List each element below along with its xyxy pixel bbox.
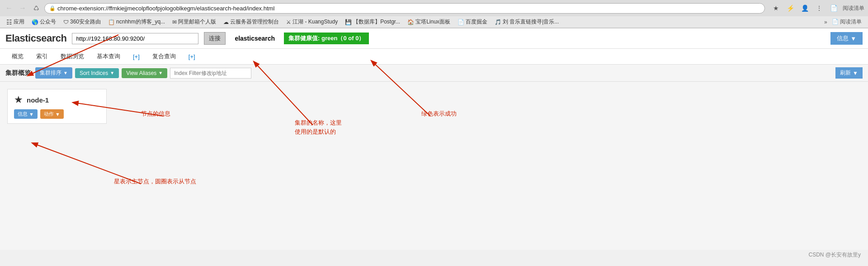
bookmark-label-4: 阿里邮箱个人版 — [178, 18, 216, 26]
arrows-svg — [114, 89, 861, 243]
bookmark-2[interactable]: 🛡 360安全路由 — [61, 17, 104, 27]
bookmark-8[interactable]: 🏠 宝塔Linux面板 — [405, 17, 453, 27]
cluster-sort-button[interactable]: 集群排序 ▼ — [35, 67, 72, 79]
tab-complex-add[interactable]: [+] — [182, 50, 202, 64]
info-dropdown-arrow: ▼ — [850, 35, 856, 42]
reading-list[interactable]: 📄 阅读清单 — [829, 17, 864, 27]
bookmark-3[interactable]: 📋 ncnhhm的博客_yq... — [105, 17, 168, 27]
node-header: ★ node-1 — [14, 94, 100, 106]
tab-basic-query[interactable]: 基本查询 — [90, 49, 127, 64]
bookmark-label-5: 云服务器管理控制台 — [230, 18, 279, 26]
view-aliases-button[interactable]: View Aliases ▼ — [122, 68, 167, 78]
toolbar-row: 集群概览 集群排序 ▼ Sort Indices ▼ View Aliases … — [0, 65, 868, 82]
bookmark-label-7: 【数据库】Postgr... — [353, 18, 400, 26]
cluster-name: elasticsearch — [235, 35, 275, 42]
star-annotation: 星表示主节点，圆圈表示从节点 — [114, 177, 196, 186]
bookmark-6[interactable]: ⚔ 江湖 - KuangStudy — [283, 17, 340, 27]
info-label: 信息 — [837, 34, 849, 42]
more-button[interactable]: ⋮ — [814, 3, 825, 14]
cluster-sort-arrow: ▼ — [63, 70, 68, 75]
address-bar-input[interactable] — [57, 5, 760, 12]
tab-index[interactable]: 索引 — [30, 49, 54, 64]
bookmark-icon-6: ⚔ — [286, 19, 291, 25]
cluster-name-annotation: 集群的名称，这里 使用的是默认的 — [295, 118, 342, 136]
green-annotation: 绿色表示成功 — [421, 109, 457, 118]
app-title: Elasticsearch — [5, 33, 66, 44]
apps-icon: ☷ — [6, 19, 12, 26]
view-aliases-label: View Aliases — [126, 70, 156, 76]
user-button[interactable]: 👤 — [799, 3, 810, 14]
toolbar-icons: ★ ⚡ 👤 ⋮ 📄 阅读清单 — [770, 3, 864, 14]
back-button[interactable]: ← — [4, 3, 14, 14]
bookmark-icon-3: 📋 — [108, 19, 115, 25]
apps-bookmark[interactable]: ☷ 应用 — [4, 17, 27, 27]
tab-basic-add[interactable]: [+] — [127, 50, 146, 64]
bookmark-label-8: 宝塔Linux面板 — [415, 18, 450, 26]
bookmark-star-button[interactable]: ★ — [770, 3, 781, 14]
bookmark-10[interactable]: 🎵 刘 音乐直链搜寻|音乐... — [492, 17, 561, 27]
read-mode-button[interactable]: 📄 — [828, 3, 839, 14]
bookmark-icon-10: 🎵 — [495, 19, 501, 25]
bookmark-label-1: 公众号 — [40, 18, 56, 26]
bookmark-label-9: 百度掘金 — [466, 18, 487, 26]
cluster-sort-label: 集群排序 — [40, 69, 61, 77]
node-action-button[interactable]: 动作 ▼ — [40, 109, 64, 119]
bookmark-7[interactable]: 💾 【数据库】Postgr... — [342, 17, 403, 27]
view-aliases-arrow: ▼ — [158, 70, 163, 75]
bookmark-5[interactable]: ☁ 云服务器管理控制台 — [221, 17, 282, 27]
main-content: ★ node-1 信息 ▼ 动作 ▼ — [0, 82, 868, 250]
app-container: Elasticsearch 连接 elasticsearch 集群健康值: gr… — [0, 28, 868, 250]
node-name: node-1 — [27, 96, 49, 104]
bookmark-label-6: 江湖 - KuangStudy — [292, 18, 338, 26]
info-button[interactable]: 信息 ▼ — [830, 32, 863, 45]
bookmark-9[interactable]: 📄 百度掘金 — [455, 17, 490, 27]
bookmark-icon-1: 🌎 — [32, 19, 38, 25]
bookmark-icon-9: 📄 — [458, 19, 464, 25]
node-actions: 信息 ▼ 动作 ▼ — [14, 109, 100, 119]
tab-data-browse[interactable]: 数据浏览 — [54, 49, 90, 64]
bookmark-4[interactable]: ✉ 阿里邮箱个人版 — [170, 17, 219, 27]
address-bar-container: 🔒 — [44, 3, 765, 14]
connect-button[interactable]: 连接 — [204, 32, 226, 45]
bookmark-label-10: 刘 音乐直链搜寻|音乐... — [503, 18, 559, 26]
sort-indices-arrow: ▼ — [110, 70, 114, 75]
more-bookmarks[interactable]: » — [824, 19, 827, 25]
nav-tabs: 概览 索引 数据浏览 基本查询 [+] 复合查询 [+] — [0, 49, 868, 65]
bookmark-icon-5: ☁ — [223, 19, 229, 25]
node-info-button[interactable]: 信息 ▼ — [14, 109, 38, 119]
star-icon: ★ — [14, 94, 23, 106]
bookmark-label-3: ncnhhm的博客_yq... — [116, 18, 165, 26]
annotations-area: 节点的信息 集群的名称，这里 使用的是默认的 绿色表示成功 星表示主节点，圆圈表… — [114, 89, 861, 243]
tab-complex-query[interactable]: 复合查询 — [146, 49, 182, 64]
node-info-arrow: ▼ — [29, 112, 34, 117]
bookmark-label-2: 360安全路由 — [70, 18, 101, 26]
health-badge: 集群健康值: green（0 of 0） — [284, 33, 369, 44]
reload-button[interactable]: ♺ — [31, 3, 42, 14]
apps-label: 应用 — [14, 18, 24, 26]
node-action-label: 动作 — [44, 111, 54, 117]
node-info-label: 信息 — [18, 111, 28, 117]
bookmark-icon-7: 💾 — [345, 19, 352, 25]
refresh-label: 刷新 — [840, 69, 851, 77]
index-filter-input[interactable] — [170, 68, 251, 79]
url-input[interactable] — [72, 33, 198, 44]
forward-button[interactable]: → — [17, 3, 28, 14]
bookmark-icon-2: 🛡 — [63, 19, 69, 25]
refresh-button[interactable]: 刷新 ▼ — [835, 67, 863, 79]
refresh-arrow: ▼ — [853, 70, 858, 76]
sort-indices-button[interactable]: Sort Indices ▼ — [75, 68, 119, 78]
read-label: 阅读清单 — [843, 5, 864, 12]
app-header: Elasticsearch 连接 elasticsearch 集群健康值: gr… — [0, 28, 868, 49]
lock-icon: 🔒 — [49, 5, 56, 11]
tab-overview[interactable]: 概览 — [5, 49, 30, 64]
node-info-annotation: 节点的信息 — [141, 109, 170, 118]
bookmark-icon-8: 🏠 — [407, 19, 414, 25]
bookmark-icon-4: ✉ — [172, 19, 177, 25]
section-label: 集群概览 — [5, 69, 31, 77]
extension-button[interactable]: ⚡ — [785, 3, 796, 14]
bookmarks-bar: ☷ 应用 🌎 公众号 🛡 360安全路由 📋 ncnhhm的博客_yq... ✉… — [0, 16, 868, 28]
node-card: ★ node-1 信息 ▼ 动作 ▼ — [7, 89, 107, 124]
sort-indices-label: Sort Indices — [80, 70, 108, 76]
bookmark-1[interactable]: 🌎 公众号 — [29, 17, 59, 27]
node-action-arrow: ▼ — [55, 112, 60, 117]
